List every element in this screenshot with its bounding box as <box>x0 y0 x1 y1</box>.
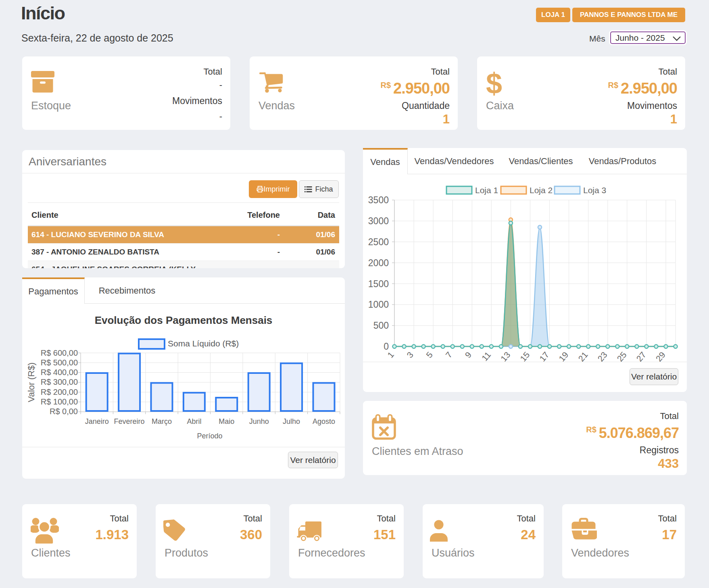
svg-text:21: 21 <box>576 350 590 362</box>
svg-text:Valor (R$): Valor (R$) <box>26 363 36 402</box>
svg-text:15: 15 <box>518 350 532 362</box>
svg-text:Abril: Abril <box>187 417 201 425</box>
svg-text:Loja 3: Loja 3 <box>583 186 606 195</box>
svg-text:13: 13 <box>499 350 512 362</box>
svg-text:R$ 600,00: R$ 600,00 <box>41 348 78 357</box>
svg-text:R$ 100,00: R$ 100,00 <box>41 397 78 406</box>
svg-text:500: 500 <box>373 320 389 331</box>
svg-text:Loja 2: Loja 2 <box>530 186 553 195</box>
svg-text:Período: Período <box>197 432 222 440</box>
svg-text:11: 11 <box>480 350 493 362</box>
svg-text:5: 5 <box>424 350 434 360</box>
svg-text:Junho: Junho <box>249 417 269 425</box>
svg-text:R$ 200,00: R$ 200,00 <box>41 388 78 396</box>
svg-text:3500: 3500 <box>368 195 389 205</box>
svg-text:1: 1 <box>386 350 396 360</box>
svg-text:7: 7 <box>444 350 454 360</box>
svg-text:3000: 3000 <box>368 216 389 226</box>
svg-text:2500: 2500 <box>368 237 389 247</box>
svg-text:Fevereiro: Fevereiro <box>114 417 145 425</box>
svg-text:R$ 0,00: R$ 0,00 <box>50 407 78 416</box>
svg-text:1500: 1500 <box>368 279 389 289</box>
svg-text:9: 9 <box>463 350 473 360</box>
svg-text:3: 3 <box>405 350 415 360</box>
svg-text:R$ 300,00: R$ 300,00 <box>41 377 78 386</box>
svg-text:Janeiro: Janeiro <box>85 417 109 425</box>
svg-text:2000: 2000 <box>368 258 389 268</box>
svg-text:19: 19 <box>557 350 570 362</box>
svg-text:Julho: Julho <box>283 417 300 425</box>
svg-text:1000: 1000 <box>368 299 389 310</box>
svg-text:Agosto: Agosto <box>313 417 335 425</box>
svg-text:Março: Março <box>152 417 172 425</box>
svg-text:Soma Líquido (R$): Soma Líquido (R$) <box>168 339 239 348</box>
svg-text:R$ 400,00: R$ 400,00 <box>41 368 78 377</box>
svg-text:Evolução dos Pagamentos Mensai: Evolução dos Pagamentos Mensais <box>95 314 273 326</box>
svg-text:Maio: Maio <box>219 417 234 425</box>
svg-text:29: 29 <box>654 350 667 362</box>
svg-text:27: 27 <box>634 350 648 362</box>
svg-text:25: 25 <box>615 350 628 362</box>
svg-text:R$ 500,00: R$ 500,00 <box>41 358 78 367</box>
svg-text:23: 23 <box>596 350 609 362</box>
svg-text:Loja 1: Loja 1 <box>475 186 498 195</box>
svg-text:17: 17 <box>538 350 551 362</box>
